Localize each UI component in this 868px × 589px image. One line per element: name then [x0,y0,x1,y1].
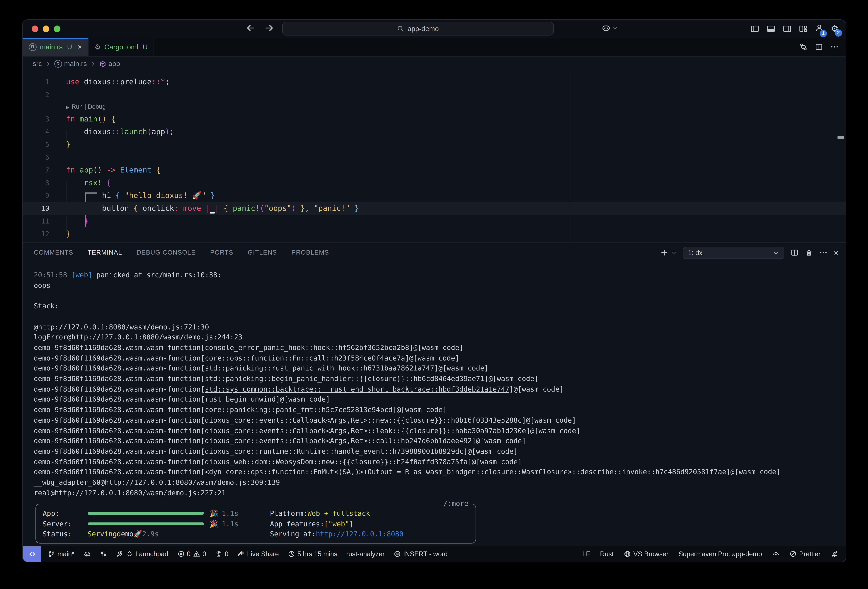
dx-serve-status-box: /:more App:🎉1.1sServer:🎉1.1sStatus:Servi… [35,503,476,543]
toggle-sidebar-icon[interactable] [750,24,759,33]
terminal-output: 20:51:58 [web] panicked at src/main.rs:1… [23,262,846,498]
code-editor[interactable]: 1use dioxus::prelude::*;2▶Run | Debug3fn… [23,71,846,243]
statusbar-item-notifications[interactable] [831,551,838,558]
terminal-line: demo-9f8d60f1169da628.wasm.wasm-function… [34,343,846,353]
live-share-icon [237,551,245,558]
terminal-line [34,312,846,322]
copilot-icon [601,23,611,33]
breadcrumb-item-main.rs[interactable]: Rmain.rs [54,60,87,68]
split-editor-icon[interactable] [815,43,823,51]
breadcrumb-item-src[interactable]: src [33,60,42,68]
command-center-search[interactable]: app-demo [282,22,554,36]
terminal-line: demo-9f8d60f1169da628.wasm.wasm-function… [34,395,846,405]
eye-icon [772,551,779,558]
editor-tab-bar: Rmain.rsU×⚙Cargo.tomlU [23,38,846,56]
statusbar-item-gitlens-launchpad[interactable]: Launchpad [116,550,168,558]
statusbar-item-live-share[interactable]: Live Share [237,550,279,558]
account-button[interactable]: 1 [815,23,824,34]
toggle-panel-icon[interactable] [766,24,775,33]
code-text: } [66,215,89,227]
vim-m-icon: M [394,551,401,558]
statusbar-item-rust-analyzer-status[interactable]: rust-analyzer [346,550,385,558]
line-number: 10 [23,202,49,215]
breadcrumb-item-app[interactable]: app [99,60,120,68]
remote-indicator[interactable] [23,546,41,562]
panel-tab-gitlens[interactable]: GITLENS [248,243,277,262]
forward-arrow-icon[interactable] [264,23,275,33]
statusbar-label: 5 hrs 15 mins [297,550,337,558]
new-terminal-icon[interactable] [660,249,669,257]
new-terminal-dropdown-icon[interactable] [672,250,677,256]
terminal-controls: 1: dx × [660,247,846,259]
statusbar-item-eol-indicator[interactable]: LF [582,550,590,558]
close-tab-icon[interactable]: × [78,43,82,51]
statusbar-item-language-mode[interactable]: Rust [600,550,614,558]
statusbar-item-supermaven-status[interactable]: Supermaven Pro: app-demo [678,550,762,558]
settings-button[interactable]: ⚙ 2 [831,24,838,34]
editor-actions [799,38,846,56]
gear-file-icon: ⚙ [94,43,101,51]
line-number: 3 [23,112,49,125]
panel-tab-debug-console[interactable]: DEBUG CONSOLE [137,243,196,262]
statusbar-item-problems[interactable]: 00 [177,550,206,558]
code-line-8: 8 rsx! { [23,176,846,189]
dx-row-time: 1.1s [222,509,238,518]
copilot-menu[interactable] [601,23,618,33]
terminal-line: oops [34,280,846,291]
statusbar-item-ports[interactable]: 0 [215,550,229,558]
more-actions-icon[interactable] [830,43,838,51]
statusbar-item-publish-changes[interactable] [83,551,91,558]
panel-tab-comments[interactable]: COMMENTS [34,243,73,262]
account-badge: 1 [819,30,827,37]
statusbar-item-vim-mode[interactable]: MINSERT - word [394,550,448,558]
statusbar-item-screencast-toggle[interactable] [772,551,779,558]
panel-tab-ports[interactable]: PORTS [210,243,233,262]
git-branch-icon [48,551,55,558]
terminal-line: demo-9f8d60f1169da628.wasm.wasm-function… [34,436,846,447]
kill-terminal-icon[interactable] [805,249,813,257]
zoom-window-button[interactable] [54,25,61,32]
back-arrow-icon[interactable] [245,23,256,33]
customize-layout-icon[interactable] [799,24,807,33]
panel-tab-terminal[interactable]: TERMINAL [87,243,122,262]
statusbar-item-time-tracker[interactable]: 5 hrs 15 mins [288,550,337,558]
dx-info-value[interactable]: http://127.0.0.1:8080 [316,530,403,538]
progress-bar [87,512,204,515]
code-text: rsx! { [66,176,111,189]
statusbar-label: main* [58,550,74,558]
close-panel-icon[interactable]: × [834,249,838,257]
statusbar-item-prettier-status[interactable]: Prettier [790,550,821,558]
statusbar-item-git-branch[interactable]: main* [48,550,74,558]
dx-info-label: Serving at: [270,530,316,538]
close-window-button[interactable] [32,25,38,32]
codelens-run-debug[interactable]: ▶Run | Debug [66,101,106,113]
editor-tab-Cargo.toml[interactable]: ⚙Cargo.tomlU [89,38,154,56]
stack-trace-link[interactable]: std::sys_common::backtrace::__rust_end_s… [205,385,509,393]
panel-tab-problems[interactable]: PROBLEMS [291,243,329,262]
commit-graph-icon [100,551,107,558]
dx-row: App:🎉1.1s [43,508,238,518]
minimize-window-button[interactable] [43,25,49,32]
terminal-picker[interactable]: 1: dx [683,247,784,259]
dx-info-label: Platform: [270,509,307,518]
code-line-12: 12} [23,227,846,240]
split-terminal-icon[interactable] [791,249,799,257]
statusbar-item-vs-browser[interactable]: VS Browser [624,550,669,558]
open-changes-icon[interactable] [799,43,807,51]
rust-file-icon: R [54,60,62,68]
terminal-line: demo-9f8d60f1169da628.wasm.wasm-function… [34,384,846,395]
statusbar-item-commit-graph[interactable] [100,551,107,558]
editor-tab-main.rs[interactable]: Rmain.rsU× [23,38,89,56]
dx-row-label: Status: [43,530,87,538]
panel-more-actions-icon[interactable] [819,249,828,257]
line-number: 1 [23,75,49,88]
slash-circle-icon [790,551,797,558]
code-text: } [66,227,70,240]
tab-label: Cargo.toml [104,43,138,51]
statusbar-label: 0 [202,550,206,558]
statusbar-label: Supermaven Pro: app-demo [678,550,762,558]
code-text: dioxus::launch(app); [66,125,174,138]
breadcrumb-label: main.rs [64,60,87,68]
toggle-secondary-sidebar-icon[interactable] [782,24,791,33]
statusbar-label: Live Share [247,550,279,558]
